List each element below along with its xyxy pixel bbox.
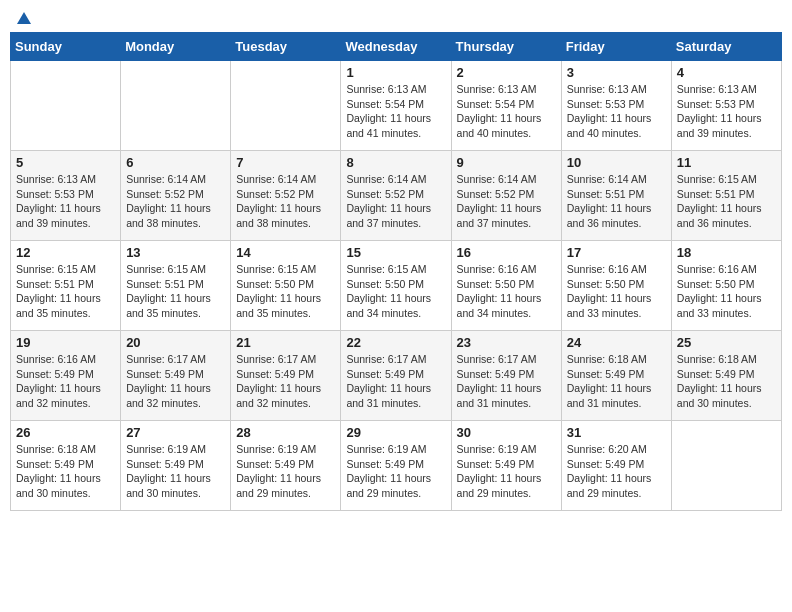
day-info: Sunrise: 6:13 AM Sunset: 5:53 PM Dayligh… xyxy=(567,82,666,141)
day-number: 10 xyxy=(567,155,666,170)
day-info: Sunrise: 6:19 AM Sunset: 5:49 PM Dayligh… xyxy=(346,442,445,501)
calendar-day-cell: 22Sunrise: 6:17 AM Sunset: 5:49 PM Dayli… xyxy=(341,331,451,421)
day-info: Sunrise: 6:18 AM Sunset: 5:49 PM Dayligh… xyxy=(16,442,115,501)
day-number: 2 xyxy=(457,65,556,80)
calendar-day-cell: 8Sunrise: 6:14 AM Sunset: 5:52 PM Daylig… xyxy=(341,151,451,241)
calendar-day-cell: 16Sunrise: 6:16 AM Sunset: 5:50 PM Dayli… xyxy=(451,241,561,331)
day-number: 19 xyxy=(16,335,115,350)
calendar-day-cell: 24Sunrise: 6:18 AM Sunset: 5:49 PM Dayli… xyxy=(561,331,671,421)
calendar-week-row: 12Sunrise: 6:15 AM Sunset: 5:51 PM Dayli… xyxy=(11,241,782,331)
calendar-day-cell: 14Sunrise: 6:15 AM Sunset: 5:50 PM Dayli… xyxy=(231,241,341,331)
day-number: 1 xyxy=(346,65,445,80)
day-number: 30 xyxy=(457,425,556,440)
day-number: 6 xyxy=(126,155,225,170)
calendar-day-cell: 29Sunrise: 6:19 AM Sunset: 5:49 PM Dayli… xyxy=(341,421,451,511)
day-info: Sunrise: 6:14 AM Sunset: 5:52 PM Dayligh… xyxy=(236,172,335,231)
day-info: Sunrise: 6:14 AM Sunset: 5:52 PM Dayligh… xyxy=(457,172,556,231)
weekday-header: Monday xyxy=(121,33,231,61)
day-info: Sunrise: 6:16 AM Sunset: 5:50 PM Dayligh… xyxy=(457,262,556,321)
weekday-header: Wednesday xyxy=(341,33,451,61)
calendar-day-cell: 26Sunrise: 6:18 AM Sunset: 5:49 PM Dayli… xyxy=(11,421,121,511)
day-number: 26 xyxy=(16,425,115,440)
day-number: 11 xyxy=(677,155,776,170)
day-number: 18 xyxy=(677,245,776,260)
day-info: Sunrise: 6:16 AM Sunset: 5:50 PM Dayligh… xyxy=(677,262,776,321)
day-number: 17 xyxy=(567,245,666,260)
day-number: 21 xyxy=(236,335,335,350)
calendar-day-cell: 17Sunrise: 6:16 AM Sunset: 5:50 PM Dayli… xyxy=(561,241,671,331)
day-number: 16 xyxy=(457,245,556,260)
day-number: 15 xyxy=(346,245,445,260)
calendar-day-cell: 10Sunrise: 6:14 AM Sunset: 5:51 PM Dayli… xyxy=(561,151,671,241)
weekday-header: Sunday xyxy=(11,33,121,61)
weekday-header: Friday xyxy=(561,33,671,61)
logo-icon xyxy=(15,10,33,28)
day-info: Sunrise: 6:14 AM Sunset: 5:52 PM Dayligh… xyxy=(346,172,445,231)
svg-marker-0 xyxy=(17,12,31,24)
day-info: Sunrise: 6:16 AM Sunset: 5:50 PM Dayligh… xyxy=(567,262,666,321)
day-info: Sunrise: 6:13 AM Sunset: 5:53 PM Dayligh… xyxy=(16,172,115,231)
day-number: 27 xyxy=(126,425,225,440)
day-number: 24 xyxy=(567,335,666,350)
calendar-week-row: 19Sunrise: 6:16 AM Sunset: 5:49 PM Dayli… xyxy=(11,331,782,421)
calendar-day-cell: 15Sunrise: 6:15 AM Sunset: 5:50 PM Dayli… xyxy=(341,241,451,331)
day-number: 3 xyxy=(567,65,666,80)
calendar-day-cell: 11Sunrise: 6:15 AM Sunset: 5:51 PM Dayli… xyxy=(671,151,781,241)
calendar-day-cell: 5Sunrise: 6:13 AM Sunset: 5:53 PM Daylig… xyxy=(11,151,121,241)
day-number: 28 xyxy=(236,425,335,440)
day-info: Sunrise: 6:15 AM Sunset: 5:50 PM Dayligh… xyxy=(346,262,445,321)
calendar-day-cell: 27Sunrise: 6:19 AM Sunset: 5:49 PM Dayli… xyxy=(121,421,231,511)
calendar-day-cell: 1Sunrise: 6:13 AM Sunset: 5:54 PM Daylig… xyxy=(341,61,451,151)
calendar-day-cell: 31Sunrise: 6:20 AM Sunset: 5:49 PM Dayli… xyxy=(561,421,671,511)
calendar-day-cell: 30Sunrise: 6:19 AM Sunset: 5:49 PM Dayli… xyxy=(451,421,561,511)
calendar-day-cell: 20Sunrise: 6:17 AM Sunset: 5:49 PM Dayli… xyxy=(121,331,231,421)
day-number: 22 xyxy=(346,335,445,350)
day-info: Sunrise: 6:15 AM Sunset: 5:51 PM Dayligh… xyxy=(16,262,115,321)
day-number: 20 xyxy=(126,335,225,350)
calendar-day-cell: 23Sunrise: 6:17 AM Sunset: 5:49 PM Dayli… xyxy=(451,331,561,421)
day-info: Sunrise: 6:14 AM Sunset: 5:51 PM Dayligh… xyxy=(567,172,666,231)
calendar-week-row: 26Sunrise: 6:18 AM Sunset: 5:49 PM Dayli… xyxy=(11,421,782,511)
calendar-day-cell: 6Sunrise: 6:14 AM Sunset: 5:52 PM Daylig… xyxy=(121,151,231,241)
calendar-day-cell: 9Sunrise: 6:14 AM Sunset: 5:52 PM Daylig… xyxy=(451,151,561,241)
day-number: 8 xyxy=(346,155,445,170)
day-number: 31 xyxy=(567,425,666,440)
calendar-day-cell: 3Sunrise: 6:13 AM Sunset: 5:53 PM Daylig… xyxy=(561,61,671,151)
day-number: 23 xyxy=(457,335,556,350)
weekday-header: Tuesday xyxy=(231,33,341,61)
day-info: Sunrise: 6:18 AM Sunset: 5:49 PM Dayligh… xyxy=(567,352,666,411)
day-info: Sunrise: 6:15 AM Sunset: 5:51 PM Dayligh… xyxy=(677,172,776,231)
day-info: Sunrise: 6:17 AM Sunset: 5:49 PM Dayligh… xyxy=(457,352,556,411)
calendar-day-cell xyxy=(671,421,781,511)
calendar-day-cell: 21Sunrise: 6:17 AM Sunset: 5:49 PM Dayli… xyxy=(231,331,341,421)
calendar-day-cell: 28Sunrise: 6:19 AM Sunset: 5:49 PM Dayli… xyxy=(231,421,341,511)
day-info: Sunrise: 6:19 AM Sunset: 5:49 PM Dayligh… xyxy=(236,442,335,501)
day-info: Sunrise: 6:19 AM Sunset: 5:49 PM Dayligh… xyxy=(457,442,556,501)
calendar-day-cell: 7Sunrise: 6:14 AM Sunset: 5:52 PM Daylig… xyxy=(231,151,341,241)
calendar-day-cell xyxy=(231,61,341,151)
day-info: Sunrise: 6:18 AM Sunset: 5:49 PM Dayligh… xyxy=(677,352,776,411)
day-info: Sunrise: 6:13 AM Sunset: 5:54 PM Dayligh… xyxy=(457,82,556,141)
calendar-week-row: 1Sunrise: 6:13 AM Sunset: 5:54 PM Daylig… xyxy=(11,61,782,151)
day-number: 9 xyxy=(457,155,556,170)
day-number: 7 xyxy=(236,155,335,170)
calendar-day-cell: 4Sunrise: 6:13 AM Sunset: 5:53 PM Daylig… xyxy=(671,61,781,151)
day-info: Sunrise: 6:17 AM Sunset: 5:49 PM Dayligh… xyxy=(236,352,335,411)
calendar-table: SundayMondayTuesdayWednesdayThursdayFrid… xyxy=(10,32,782,511)
calendar-day-cell xyxy=(11,61,121,151)
calendar-day-cell: 18Sunrise: 6:16 AM Sunset: 5:50 PM Dayli… xyxy=(671,241,781,331)
day-info: Sunrise: 6:16 AM Sunset: 5:49 PM Dayligh… xyxy=(16,352,115,411)
day-info: Sunrise: 6:20 AM Sunset: 5:49 PM Dayligh… xyxy=(567,442,666,501)
logo xyxy=(14,10,34,24)
day-info: Sunrise: 6:17 AM Sunset: 5:49 PM Dayligh… xyxy=(126,352,225,411)
day-number: 12 xyxy=(16,245,115,260)
day-info: Sunrise: 6:13 AM Sunset: 5:53 PM Dayligh… xyxy=(677,82,776,141)
calendar-day-cell: 2Sunrise: 6:13 AM Sunset: 5:54 PM Daylig… xyxy=(451,61,561,151)
calendar-day-cell: 19Sunrise: 6:16 AM Sunset: 5:49 PM Dayli… xyxy=(11,331,121,421)
weekday-header: Thursday xyxy=(451,33,561,61)
day-number: 13 xyxy=(126,245,225,260)
calendar-day-cell: 25Sunrise: 6:18 AM Sunset: 5:49 PM Dayli… xyxy=(671,331,781,421)
day-info: Sunrise: 6:15 AM Sunset: 5:50 PM Dayligh… xyxy=(236,262,335,321)
day-info: Sunrise: 6:15 AM Sunset: 5:51 PM Dayligh… xyxy=(126,262,225,321)
day-number: 14 xyxy=(236,245,335,260)
